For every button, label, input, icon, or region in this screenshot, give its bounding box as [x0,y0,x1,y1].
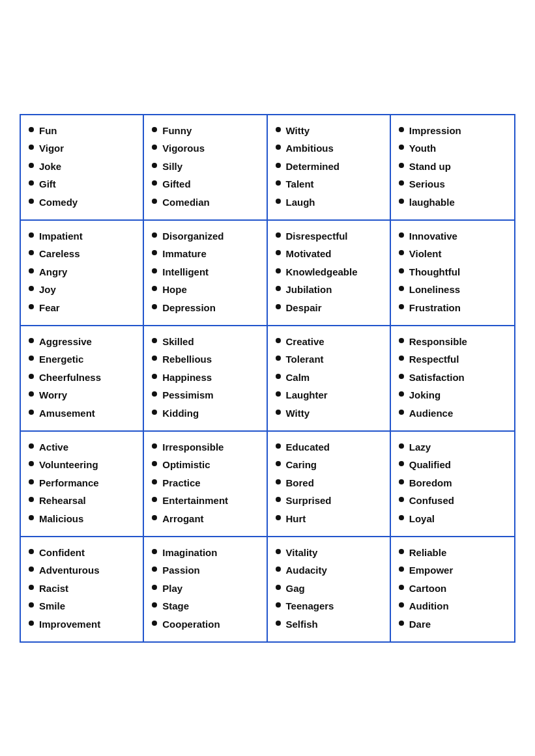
word-label: Passion [162,564,200,577]
word-label: Fun [39,124,57,137]
word-label: Loyal [409,512,435,525]
word-label: Ambitious [286,142,334,155]
list-item: Reliable [399,546,508,559]
bullet-icon [152,356,157,361]
word-label: Optimistic [162,458,210,471]
bullet-icon [399,567,404,572]
word-label: Entertainment [162,494,228,507]
list-item: Imagination [152,546,259,559]
bullet-icon [152,180,157,186]
bullet-icon [29,180,34,186]
word-label: Tolerant [286,353,324,366]
word-label: Joy [39,283,56,296]
bullet-icon [152,515,157,520]
bullet-icon [29,338,34,343]
cell-3-3: LazyQualifiedBoredomConfusedLoyal [391,432,514,536]
bullet-icon [399,180,404,186]
word-label: laughable [409,196,455,209]
bullet-icon [152,163,157,168]
cell-2-1: SkilledRebelliousHappinessPessimismKiddi… [144,326,267,430]
list-item: Calm [276,371,383,384]
word-label: Silly [162,160,182,173]
word-label: Careless [39,247,80,260]
bullet-icon [399,479,404,484]
cell-0-0: FunVigorJokeGiftComedy [21,115,144,219]
word-label: Witty [286,124,310,137]
list-item: Worry [29,389,136,402]
list-item: Aggressive [29,335,136,348]
list-item: Comedy [29,196,136,209]
word-label: Joking [409,389,441,402]
cell-1-3: InnovativeViolentThoughtfulLonelinessFru… [391,221,514,325]
list-item: Practice [152,477,259,490]
bullet-icon [276,497,281,502]
grid-row-4: ConfidentAdventurousRacistSmileImproveme… [21,537,514,641]
bullet-icon [29,410,34,415]
word-label: Bored [286,477,314,490]
bullet-icon [152,549,157,554]
word-list-0-1: FunnyVigorousSillyGiftedComedian [152,124,259,209]
bullet-icon [276,232,281,238]
list-item: laughable [399,196,508,209]
list-item: Joke [29,160,136,173]
bullet-icon [152,567,157,572]
word-label: Improvement [39,618,100,631]
bullet-icon [399,286,404,291]
word-list-4-0: ConfidentAdventurousRacistSmileImproveme… [29,546,136,631]
bullet-icon [399,374,404,379]
list-item: Entertainment [152,494,259,507]
word-list-1-2: DisrespectfulMotivatedKnowledgeableJubil… [276,230,383,315]
word-label: Disorganized [162,230,224,243]
word-label: Rebellious [162,353,212,366]
cell-4-2: VitalityAudacityGagTeenagersSelfish [268,537,391,641]
bullet-icon [29,127,34,132]
list-item: Optimistic [152,458,259,471]
bullet-icon [399,232,404,238]
bullet-icon [399,304,404,309]
bullet-icon [399,250,404,255]
list-item: Skilled [152,335,259,348]
list-item: Ambitious [276,142,383,155]
list-item: Vigorous [152,142,259,155]
bullet-icon [152,199,157,204]
word-label: Lazy [409,441,431,454]
word-label: Immature [162,247,207,260]
word-label: Laugh [286,196,315,209]
word-list-3-0: ActiveVolunteeringPerformanceRehearsalMa… [29,441,136,525]
word-label: Impression [409,124,461,137]
bullet-icon [29,356,34,361]
bullet-icon [152,461,157,466]
list-item: Knowledgeable [276,266,383,279]
list-item: Jubilation [276,283,383,296]
word-list-0-0: FunVigorJokeGiftComedy [29,124,136,209]
cell-1-0: ImpatientCarelessAngryJoyFear [21,221,144,325]
word-label: Energetic [39,353,83,366]
list-item: Creative [276,335,383,348]
list-item: Surprised [276,494,383,507]
bullet-icon [152,338,157,343]
bullet-icon [399,549,404,554]
list-item: Racist [29,582,136,595]
word-label: Motivated [286,247,332,260]
word-list-1-0: ImpatientCarelessAngryJoyFear [29,230,136,315]
bullet-icon [276,180,281,186]
bullet-icon [276,199,281,204]
list-item: Joy [29,283,136,296]
bullet-icon [276,443,281,449]
list-item: Comedian [152,196,259,209]
list-item: Witty [276,407,383,420]
bullet-icon [276,145,281,150]
word-label: Confused [409,494,454,507]
bullet-icon [276,268,281,273]
bullet-icon [29,443,34,449]
bullet-icon [276,479,281,484]
word-label: Teenagers [286,600,334,613]
list-item: Cheerfulness [29,371,136,384]
word-label: Boredom [409,477,452,490]
list-item: Determined [276,160,383,173]
list-item: Rehearsal [29,494,136,507]
bullet-icon [29,585,34,590]
bullet-icon [399,338,404,343]
bullet-icon [276,461,281,466]
bullet-icon [276,163,281,168]
